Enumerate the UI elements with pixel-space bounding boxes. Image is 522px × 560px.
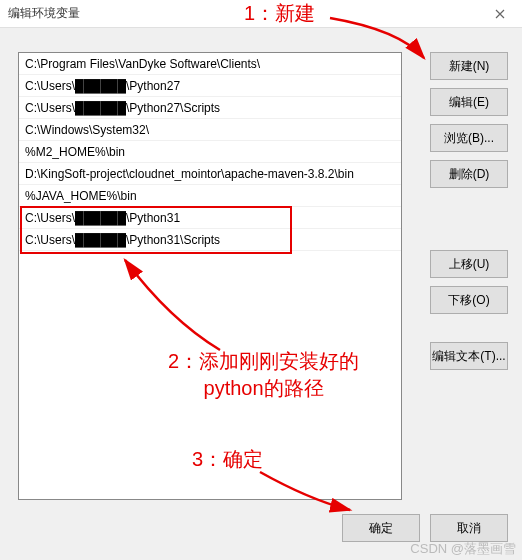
env-var-listbox[interactable]: C:\Program Files\VanDyke Software\Client… xyxy=(18,52,402,500)
list-item[interactable]: C:\Users\██████\Python27\Scripts xyxy=(19,97,401,119)
edittext-button[interactable]: 编辑文本(T)... xyxy=(430,342,508,370)
list-item[interactable]: D:\KingSoft-project\cloudnet_mointor\apa… xyxy=(19,163,401,185)
list-item[interactable]: C:\Users\██████\Python31 xyxy=(19,207,401,229)
moveup-button[interactable]: 上移(U) xyxy=(430,250,508,278)
list-item[interactable]: C:\Users\██████\Python27 xyxy=(19,75,401,97)
ok-button[interactable]: 确定 xyxy=(342,514,420,542)
list-item[interactable]: C:\Program Files\VanDyke Software\Client… xyxy=(19,53,401,75)
dialog-buttons: 确定 取消 xyxy=(342,514,508,542)
delete-button[interactable]: 删除(D) xyxy=(430,160,508,188)
titlebar: 编辑环境变量 xyxy=(0,0,522,28)
list-item[interactable]: C:\Windows\System32\ xyxy=(19,119,401,141)
dialog-content: C:\Program Files\VanDyke Software\Client… xyxy=(0,28,522,560)
cancel-button[interactable]: 取消 xyxy=(430,514,508,542)
list-item[interactable]: %JAVA_HOME%\bin xyxy=(19,185,401,207)
button-column: 新建(N) 编辑(E) 浏览(B)... 删除(D) 上移(U) 下移(O) 编… xyxy=(430,52,508,378)
list-item[interactable]: C:\Users\██████\Python31\Scripts xyxy=(19,229,401,251)
new-button[interactable]: 新建(N) xyxy=(430,52,508,80)
movedown-button[interactable]: 下移(O) xyxy=(430,286,508,314)
list-item[interactable]: %M2_HOME%\bin xyxy=(19,141,401,163)
window-title: 编辑环境变量 xyxy=(8,5,486,22)
close-icon[interactable] xyxy=(486,0,514,28)
browse-button[interactable]: 浏览(B)... xyxy=(430,124,508,152)
edit-button[interactable]: 编辑(E) xyxy=(430,88,508,116)
